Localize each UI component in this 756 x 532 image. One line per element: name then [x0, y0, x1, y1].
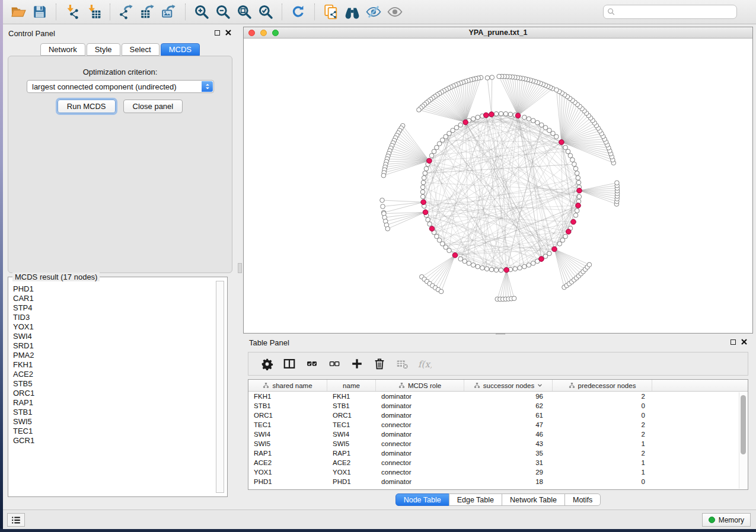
- graph-hub-node[interactable]: [429, 226, 435, 232]
- graph-node[interactable]: [476, 264, 480, 269]
- tab-network-table[interactable]: Network Table: [502, 493, 565, 506]
- column-header-predecessor-nodes[interactable]: predecessor nodes: [553, 380, 652, 391]
- graph-hub-node[interactable]: [571, 219, 576, 225]
- graph-node[interactable]: [566, 149, 570, 154]
- column-header-MCDS-role[interactable]: MCDS role: [376, 380, 464, 391]
- add-column-button[interactable]: [346, 353, 368, 374]
- graph-node[interactable]: [421, 180, 426, 185]
- mcds-result-list[interactable]: PHD1CAR1STP4TID3YOX1SWI4SRD1PMA2FKH1ACE2…: [9, 283, 214, 494]
- mcds-result-item[interactable]: FKH1: [13, 360, 214, 370]
- graph-node[interactable]: [535, 120, 540, 125]
- graph-node[interactable]: [447, 248, 452, 253]
- graph-node[interactable]: [497, 74, 502, 79]
- graph-hub-node[interactable]: [515, 113, 521, 118]
- graph-node[interactable]: [471, 117, 476, 121]
- table-scrollbar-thumb[interactable]: [741, 395, 746, 454]
- graph-node[interactable]: [476, 115, 480, 120]
- graph-node[interactable]: [423, 171, 428, 176]
- graph-node[interactable]: [522, 264, 527, 269]
- network-window-titlebar[interactable]: YPA_prune.txt_1: [244, 27, 752, 39]
- graph-node[interactable]: [540, 123, 544, 127]
- column-header-shared-name[interactable]: shared name: [248, 380, 327, 391]
- open-session-button[interactable]: [8, 2, 29, 22]
- graph-node[interactable]: [422, 175, 426, 180]
- close-panel-button[interactable]: Close panel: [123, 100, 183, 113]
- table-row[interactable]: RAP1RAP1dominator352: [248, 448, 748, 458]
- unselect-all-columns-button[interactable]: [323, 353, 346, 374]
- table-row[interactable]: SWI5SWI5connector431: [248, 439, 748, 448]
- save-session-button[interactable]: [29, 2, 50, 22]
- table-row[interactable]: SWI4SWI4dominator462: [248, 430, 748, 439]
- control-panel-float-button[interactable]: [215, 30, 220, 36]
- zoom-in-button[interactable]: [191, 2, 212, 22]
- vertical-splitter-handle[interactable]: [238, 263, 242, 273]
- graph-hub-node[interactable]: [423, 210, 428, 215]
- graph-node[interactable]: [547, 251, 552, 256]
- graph-node[interactable]: [499, 111, 503, 116]
- graph-node[interactable]: [575, 171, 579, 176]
- mcds-result-item[interactable]: SWI4: [13, 332, 214, 341]
- graph-node[interactable]: [531, 261, 535, 266]
- zoom-out-button[interactable]: [212, 2, 234, 22]
- mcds-result-item[interactable]: ORC1: [13, 389, 214, 398]
- mcds-result-item[interactable]: TEC1: [13, 427, 214, 436]
- graph-hub-node[interactable]: [566, 229, 571, 235]
- graph-node[interactable]: [484, 267, 489, 271]
- zoom-selected-button[interactable]: [255, 2, 276, 22]
- select-all-columns-button[interactable]: [301, 353, 323, 374]
- panel-selector-button[interactable]: [7, 513, 25, 527]
- table-settings-button[interactable]: [256, 353, 278, 374]
- criterion-dropdown[interactable]: largest connected component (undirected): [27, 80, 214, 93]
- graph-hub-node[interactable]: [577, 188, 582, 193]
- tab-select[interactable]: Select: [122, 43, 160, 56]
- table-row[interactable]: ORC1ORC1dominator610: [248, 411, 748, 420]
- graph-node[interactable]: [499, 268, 503, 273]
- graph-hub-node[interactable]: [552, 246, 557, 252]
- table-row[interactable]: PHD1PHD1dominator180: [248, 477, 748, 486]
- graph-node[interactable]: [420, 185, 425, 190]
- zoom-fit-button[interactable]: [234, 2, 255, 22]
- tab-network[interactable]: Network: [40, 43, 85, 56]
- graph-node[interactable]: [420, 194, 425, 199]
- graph-node[interactable]: [512, 296, 516, 301]
- graph-node[interactable]: [432, 149, 436, 154]
- graph-node[interactable]: [458, 257, 463, 261]
- window-zoom-button[interactable]: [272, 30, 279, 36]
- mcds-result-item[interactable]: STB1: [13, 408, 214, 417]
- tab-style[interactable]: Style: [87, 43, 120, 56]
- graph-node[interactable]: [381, 204, 385, 209]
- graph-node[interactable]: [435, 145, 439, 150]
- mcds-result-item[interactable]: ACE2: [13, 370, 214, 379]
- table-row[interactable]: FKH1FKH1dominator962: [248, 392, 748, 401]
- graph-node[interactable]: [543, 126, 548, 130]
- mcds-result-item[interactable]: PMA2: [13, 351, 214, 360]
- graph-node[interactable]: [385, 226, 390, 231]
- import-table-button[interactable]: [83, 2, 104, 22]
- mcds-result-item[interactable]: PHD1: [13, 284, 214, 294]
- show-graphics-details-button[interactable]: [384, 2, 406, 22]
- mcds-result-item[interactable]: RAP1: [13, 398, 214, 408]
- graph-node[interactable]: [576, 175, 580, 180]
- graph-node[interactable]: [381, 173, 386, 178]
- graph-node[interactable]: [572, 162, 577, 166]
- mcds-result-item[interactable]: STP4: [13, 303, 214, 313]
- graph-node[interactable]: [513, 267, 518, 271]
- export-network-button[interactable]: [116, 2, 137, 22]
- graph-hub-node[interactable]: [484, 113, 489, 118]
- graph-node[interactable]: [380, 198, 385, 203]
- table-row[interactable]: STB1STB1dominator620: [248, 401, 748, 411]
- import-network-button[interactable]: [62, 2, 83, 22]
- graph-node[interactable]: [494, 111, 499, 116]
- graph-node[interactable]: [587, 262, 592, 267]
- mcds-result-item[interactable]: STB5: [13, 379, 214, 389]
- table-panel-float-button[interactable]: [731, 339, 736, 345]
- mcds-result-item[interactable]: SRD1: [13, 341, 214, 351]
- tab-edge-table[interactable]: Edge Table: [449, 493, 502, 506]
- graph-hub-node[interactable]: [463, 120, 468, 125]
- mcds-result-item[interactable]: TID3: [13, 313, 214, 322]
- graph-node[interactable]: [489, 267, 494, 272]
- network-from-file-button[interactable]: [320, 2, 342, 22]
- mcds-result-item[interactable]: CAR1: [13, 294, 214, 303]
- graph-node[interactable]: [573, 213, 578, 218]
- graph-node[interactable]: [480, 265, 485, 270]
